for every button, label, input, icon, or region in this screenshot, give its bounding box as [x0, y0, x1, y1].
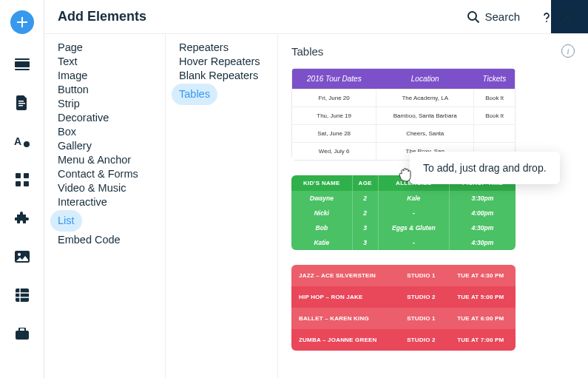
svg-point-7 — [24, 141, 30, 147]
svg-rect-18 — [16, 331, 29, 340]
svg-rect-1 — [15, 58, 30, 60]
table-row: Thu, June 19Bamboo, Santa BarbaraBook It — [292, 107, 516, 125]
table-row: Fri, June 20The Academy, LABook It — [292, 90, 516, 107]
info-icon[interactable]: i — [561, 44, 575, 58]
add-elements-panel: Add Elements Search PageTextImageButtonS… — [44, 0, 588, 378]
table-row: HIP HOP – RON JAKESTUDIO 2TUE AT 5:00 PM — [291, 286, 516, 308]
table-row: BALLET – KAREN KINGSTUDIO 1TUE AT 6:00 P… — [291, 308, 516, 329]
svg-rect-3 — [18, 101, 24, 102]
table-row: Sat, June 28Cheers, Santa — [292, 125, 516, 143]
panel-header: Add Elements Search — [44, 0, 588, 34]
category-list: PageTextImageButtonStripDecorativeBoxGal… — [44, 34, 166, 378]
drag-drop-tooltip: To add, just drag and drop. — [410, 152, 560, 184]
table-row: ZUMBA – JOANNE GREENSTUDIO 2TUE AT 7:00 … — [291, 329, 516, 351]
subcategory-tables[interactable]: Tables — [172, 84, 217, 105]
svg-rect-14 — [16, 288, 29, 302]
close-icon — [562, 12, 572, 22]
subcategory-list: RepeatersHover RepeatersBlank RepeatersT… — [166, 34, 278, 378]
svg-point-21 — [546, 21, 547, 22]
table-row: Nicki2-4:00pm — [291, 206, 516, 220]
col-header: AGE — [352, 175, 378, 191]
svg-rect-0 — [15, 61, 30, 67]
search-button[interactable]: Search — [467, 10, 520, 24]
svg-rect-11 — [24, 181, 29, 186]
section-title: Tables — [291, 45, 561, 58]
col-header: Location — [376, 69, 474, 90]
col-header: KID'S NAME — [291, 175, 352, 191]
table-preview-purple[interactable]: 2016 Tour DatesLocationTicketsFri, June … — [291, 68, 516, 161]
add-button[interactable] — [10, 10, 34, 34]
svg-point-13 — [18, 253, 21, 256]
svg-rect-9 — [24, 173, 29, 178]
theme-icon[interactable]: A — [14, 133, 30, 149]
table-preview-green[interactable]: KID'S NAMEAGEALLERGIESPICKUP TIMEDwayne2… — [291, 175, 516, 250]
col-header: 2016 Tour Dates — [292, 69, 376, 90]
business-icon[interactable] — [14, 325, 30, 342]
search-icon — [467, 10, 480, 24]
grab-cursor-icon — [399, 166, 413, 186]
help-button[interactable] — [539, 11, 554, 23]
svg-rect-4 — [18, 103, 25, 104]
col-header: Tickets — [474, 69, 516, 90]
data-icon[interactable] — [14, 287, 30, 303]
svg-rect-5 — [18, 105, 23, 107]
page-icon[interactable] — [14, 95, 30, 111]
table-row: JAZZ – ACE SILVERSTEINSTUDIO 1TUE AT 4:3… — [291, 265, 516, 286]
table-row: Bob3Eggs & Gluten4:30pm — [291, 220, 516, 235]
tooltip-text: To add, just drag and drop. — [423, 162, 547, 174]
svg-rect-10 — [16, 181, 21, 186]
table-row: Dwayne2Kale3:30pm — [291, 191, 516, 206]
search-label: Search — [484, 10, 520, 23]
svg-line-20 — [476, 19, 479, 23]
table-row: Katie3-4:30pm — [291, 235, 516, 250]
help-icon — [541, 11, 552, 23]
svg-rect-2 — [15, 69, 30, 70]
category-embed-code[interactable]: Embed Code — [50, 229, 128, 251]
preview-column: Tables i 2016 Tour DatesLocationTicketsF… — [278, 34, 588, 378]
left-rail: A — [0, 0, 44, 378]
section-icon[interactable] — [14, 56, 30, 72]
addons-icon[interactable] — [14, 210, 30, 226]
svg-text:A: A — [14, 135, 21, 147]
svg-point-19 — [468, 12, 476, 20]
close-button[interactable] — [560, 12, 575, 22]
panel-title: Add Elements — [58, 9, 467, 24]
apps-icon[interactable] — [14, 172, 30, 188]
media-icon[interactable] — [14, 249, 30, 265]
svg-rect-8 — [16, 173, 21, 178]
table-preview-red[interactable]: JAZZ – ACE SILVERSTEINSTUDIO 1TUE AT 4:3… — [291, 265, 516, 351]
